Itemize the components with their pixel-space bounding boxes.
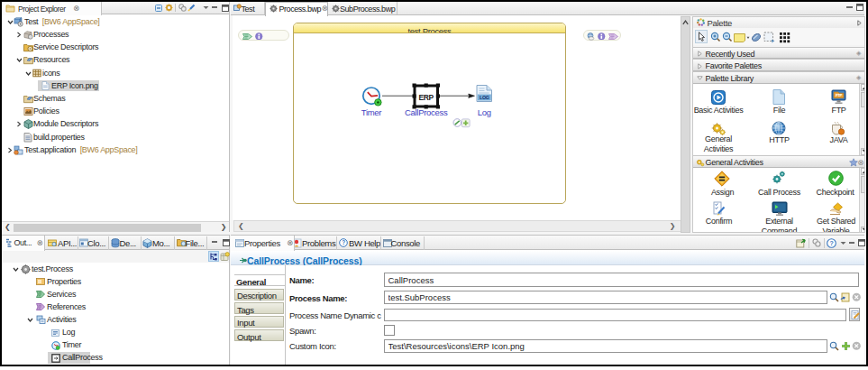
svg-text:?: ?: [342, 239, 345, 245]
svg-text:ERP: ERP: [418, 92, 434, 101]
svg-text:Timer: Timer: [361, 107, 382, 117]
svg-text:FTP: FTP: [835, 93, 842, 97]
svg-text:?: ?: [830, 240, 834, 246]
svg-text:Log: Log: [478, 107, 491, 117]
svg-text:LOG: LOG: [480, 95, 489, 100]
svg-text:CallProcess: CallProcess: [405, 107, 448, 117]
